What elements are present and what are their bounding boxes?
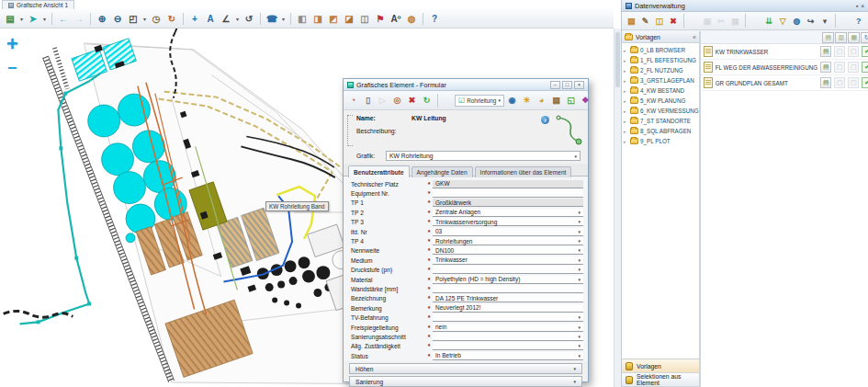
allg-zustaendigkeit-field[interactable]: ▾ bbox=[433, 342, 583, 350]
open-form-icon[interactable]: ▷ bbox=[376, 94, 389, 108]
zoom-element-icon[interactable]: ◕ bbox=[535, 94, 548, 108]
detach-element-icon[interactable]: ✖ bbox=[405, 94, 419, 108]
save-db-icon[interactable]: ◫ bbox=[653, 14, 666, 28]
bemerkung-field[interactable]: Neuverlegt 2012! ▾ bbox=[433, 304, 583, 313]
zoom-caret[interactable]: ▾ bbox=[141, 11, 148, 26]
help-icon[interactable]: ? bbox=[427, 11, 442, 26]
equipment-nr-field[interactable]: ▾ bbox=[433, 189, 583, 198]
text-tool-icon[interactable]: A bbox=[203, 11, 218, 26]
help-icon[interactable]: ? bbox=[852, 14, 865, 28]
plot-caret[interactable]: ▾ bbox=[18, 11, 25, 26]
form-document-icon[interactable]: ▯ bbox=[361, 94, 375, 108]
map-zoom-out-button[interactable]: − bbox=[7, 63, 17, 73]
bezeichnung-field[interactable]: DA 125 PE Trinkwasser ▾ bbox=[433, 294, 583, 302]
map-zoom-in-button[interactable]: + bbox=[6, 38, 18, 51]
locate-element-icon[interactable]: ◎ bbox=[390, 94, 404, 108]
center-element-icon[interactable]: ◉ bbox=[505, 94, 519, 108]
scrollbar-thumb[interactable] bbox=[615, 32, 620, 87]
tree-item[interactable]: ▸ 1_FL BEFESTIGUNG bbox=[622, 55, 699, 65]
rotate-tool-icon[interactable]: ↺ bbox=[242, 11, 256, 26]
load-data-icon[interactable]: ▤ bbox=[625, 14, 637, 28]
zoom-in-icon[interactable]: ⊕ bbox=[95, 11, 109, 26]
tree-item[interactable]: ▸ 6_KW VERMESSUNG bbox=[622, 106, 699, 116]
folder-new-icon[interactable]: ▦ bbox=[848, 32, 860, 43]
panel-titlebar[interactable]: Datenverwaltung ▪ × bbox=[622, 0, 868, 12]
close-button[interactable]: × bbox=[574, 81, 584, 89]
tp2-field[interactable]: Zentrale Anlagen ▾ bbox=[433, 209, 583, 217]
expand-icon[interactable]: ▸ bbox=[624, 119, 628, 124]
expand-icon[interactable]: ▸ bbox=[624, 88, 628, 94]
export-trash-icon[interactable]: ▽ bbox=[776, 14, 789, 28]
wandstaerke-field[interactable]: ▾ bbox=[433, 285, 583, 293]
element-type-filter-dropdown[interactable]: ☑ Rohrleitung ▾ bbox=[455, 95, 504, 107]
list-item[interactable]: FL WEG DER ABWASSERREINIGUNG ▤ ▢ ▢ ✔ bbox=[701, 60, 868, 75]
medium-field[interactable]: Trinkwasser ▾ bbox=[433, 256, 583, 265]
bend-caret[interactable]: ▾ bbox=[280, 11, 287, 26]
folder-closed-icon[interactable]: ▥ bbox=[835, 32, 847, 43]
highlight-element-icon[interactable]: ☀ bbox=[520, 94, 534, 108]
plot-layout-icon[interactable]: ▤ bbox=[3, 11, 17, 26]
load-view-button[interactable]: ▤ bbox=[820, 46, 831, 57]
measure-caret[interactable]: ▾ bbox=[234, 11, 241, 26]
user-export-caret[interactable]: ▾ bbox=[818, 14, 831, 28]
expand-icon[interactable]: ▸ bbox=[624, 58, 628, 63]
view-history-icon[interactable]: ◷ bbox=[149, 11, 163, 26]
active-check-button[interactable]: ✔ bbox=[862, 77, 868, 88]
user-export-icon[interactable]: ↪ bbox=[805, 14, 817, 28]
tp1-field[interactable]: Großklärwerk ▾ bbox=[433, 199, 583, 207]
cut-icon[interactable]: ✂ bbox=[715, 14, 727, 28]
load-view-button[interactable]: ▤ bbox=[820, 77, 831, 88]
lfd-nr-field[interactable]: 03 ▾ bbox=[433, 228, 583, 236]
expand-icon[interactable]: ▸ bbox=[624, 129, 628, 134]
annotation-flag-icon[interactable]: ⚑ bbox=[373, 11, 388, 26]
tree-item[interactable]: ▸ 7_ST STANDORTE bbox=[622, 116, 699, 126]
expand-icon[interactable]: ▸ bbox=[624, 139, 628, 144]
section-bar[interactable]: Sanierung ▾ bbox=[349, 376, 582, 387]
import-icon[interactable]: ⇊ bbox=[762, 14, 775, 28]
collapse-icon[interactable]: « bbox=[693, 34, 696, 40]
druckstufe-field[interactable]: ▾ bbox=[433, 266, 583, 274]
pin-icon[interactable]: ▪ bbox=[856, 3, 858, 9]
pipe-fitting-icon[interactable]: ◨ bbox=[310, 11, 325, 26]
view-forward-icon[interactable]: → bbox=[72, 11, 86, 26]
accordion-button[interactable]: Vorlagen bbox=[622, 359, 699, 373]
style-bucket-icon[interactable]: ◍ bbox=[404, 11, 419, 26]
new-element-icon[interactable]: ◔ bbox=[346, 94, 360, 108]
list-item[interactable]: KW TRINKWASSER ▤ ▢ ▢ ✔ bbox=[701, 44, 868, 60]
reload-form-icon[interactable]: ↻ bbox=[420, 94, 434, 108]
tab[interactable]: Informationen über das Element bbox=[475, 166, 572, 177]
accordion-button[interactable]: Selektionen aus Element bbox=[622, 373, 699, 387]
delete-entry-icon[interactable]: ✖ bbox=[667, 14, 680, 28]
copy-icon[interactable]: ▣ bbox=[701, 14, 714, 28]
dialog-titlebar[interactable]: Grafisches Element - Formular ‒ □ × bbox=[344, 79, 588, 91]
tp3-field[interactable]: Trinkwasserversorgung ▾ bbox=[433, 218, 583, 226]
edit-entry-icon[interactable]: ✎ bbox=[638, 14, 651, 28]
folder-open-icon[interactable]: ▤ bbox=[822, 32, 834, 43]
measure-angle-icon[interactable]: ∠ bbox=[219, 11, 233, 26]
maximize-button[interactable]: □ bbox=[562, 81, 572, 89]
view-back-icon[interactable]: ← bbox=[56, 11, 71, 26]
attribute-label-icon[interactable]: Aº bbox=[389, 11, 403, 26]
close-icon[interactable]: × bbox=[861, 3, 864, 9]
sanierungsabschnitt-field[interactable]: ▾ bbox=[433, 333, 583, 341]
tab[interactable]: Angehängte Daten bbox=[411, 166, 473, 177]
tree-item[interactable]: ▸ 8_SQL ABFRAGEN bbox=[622, 126, 699, 136]
tp4-field[interactable]: Rohrleitungen ▾ bbox=[433, 237, 583, 245]
reload-list-icon[interactable]: ↻ bbox=[861, 32, 868, 43]
active-check-button[interactable]: ✔ bbox=[862, 46, 868, 57]
nennweite-field[interactable]: DN100 ▾ bbox=[433, 246, 583, 255]
select-caret[interactable]: ▾ bbox=[41, 11, 48, 26]
grafik-select[interactable]: KW Rohrleitung ▾ bbox=[386, 151, 581, 161]
status-field[interactable]: In Betrieb ▾ bbox=[433, 352, 583, 360]
tree-item[interactable]: ▸ 4_KW BESTAND bbox=[622, 85, 699, 96]
minimize-button[interactable]: ‒ bbox=[550, 81, 560, 89]
active-check-button[interactable]: ✔ bbox=[862, 62, 868, 73]
redraw-icon[interactable]: ↻ bbox=[164, 11, 179, 26]
zoom-out-icon[interactable]: ⊖ bbox=[110, 11, 125, 26]
area-select-icon[interactable]: ◱ bbox=[564, 94, 578, 108]
copy-attributes-icon[interactable]: ▤ bbox=[549, 94, 563, 108]
map-scrollbar[interactable] bbox=[614, 28, 621, 387]
freispiegelleitung-field[interactable]: nein ▾ bbox=[433, 324, 583, 332]
material-field[interactable]: Polyethylen (HD = high Density) ▾ bbox=[433, 276, 583, 284]
tree-item[interactable]: ▸ 9_PL PLOT bbox=[622, 136, 699, 146]
